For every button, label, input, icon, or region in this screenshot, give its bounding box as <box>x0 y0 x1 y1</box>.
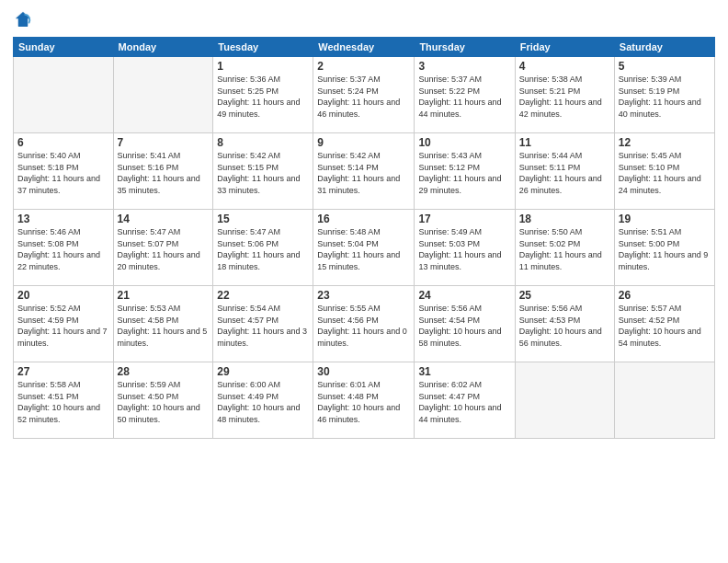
calendar-cell: 16Sunrise: 5:48 AMSunset: 5:04 PMDayligh… <box>313 210 415 286</box>
calendar-cell <box>113 57 213 133</box>
day-info: Sunrise: 5:49 AMSunset: 5:03 PMDaylight:… <box>418 226 510 272</box>
day-number: 1 <box>217 60 309 73</box>
day-number: 27 <box>17 365 109 378</box>
day-number: 18 <box>519 213 610 225</box>
day-info: Sunrise: 5:41 AMSunset: 5:16 PMDaylight:… <box>118 150 210 196</box>
day-number: 22 <box>217 289 309 302</box>
calendar-cell: 1Sunrise: 5:36 AMSunset: 5:25 PMDaylight… <box>213 57 313 133</box>
day-number: 25 <box>519 289 610 302</box>
day-number: 24 <box>418 289 510 302</box>
calendar-cell: 27Sunrise: 5:58 AMSunset: 4:51 PMDayligh… <box>14 362 114 439</box>
logo-icon <box>13 9 33 29</box>
calendar-cell: 8Sunrise: 5:42 AMSunset: 5:15 PMDaylight… <box>213 133 313 210</box>
day-of-week-header: Sunday <box>14 38 114 57</box>
day-of-week-header: Saturday <box>614 38 714 57</box>
calendar-cell <box>515 362 614 439</box>
calendar-cell: 20Sunrise: 5:52 AMSunset: 4:59 PMDayligh… <box>14 286 114 362</box>
day-number: 3 <box>418 60 510 73</box>
day-info: Sunrise: 5:56 AMSunset: 4:54 PMDaylight:… <box>418 303 510 349</box>
day-info: Sunrise: 5:48 AMSunset: 5:04 PMDaylight:… <box>317 226 410 272</box>
day-number: 2 <box>317 60 410 73</box>
calendar-header-row: SundayMondayTuesdayWednesdayThursdayFrid… <box>14 38 715 57</box>
day-of-week-header: Thursday <box>415 38 515 57</box>
calendar-table: SundayMondayTuesdayWednesdayThursdayFrid… <box>13 37 715 439</box>
calendar-cell: 5Sunrise: 5:39 AMSunset: 5:19 PMDaylight… <box>614 57 714 133</box>
day-info: Sunrise: 5:37 AMSunset: 5:24 PMDaylight:… <box>317 74 410 120</box>
calendar-cell: 15Sunrise: 5:47 AMSunset: 5:06 PMDayligh… <box>213 210 313 286</box>
day-number: 15 <box>217 213 309 225</box>
day-info: Sunrise: 5:36 AMSunset: 5:25 PMDaylight:… <box>217 74 309 120</box>
day-number: 26 <box>619 289 711 302</box>
day-number: 5 <box>619 60 711 73</box>
day-number: 14 <box>118 213 210 225</box>
calendar-week-row: 13Sunrise: 5:46 AMSunset: 5:08 PMDayligh… <box>14 210 715 286</box>
calendar-cell: 19Sunrise: 5:51 AMSunset: 5:00 PMDayligh… <box>614 210 714 286</box>
day-number: 10 <box>418 136 510 149</box>
day-number: 17 <box>418 213 510 225</box>
day-number: 21 <box>118 289 210 302</box>
day-number: 9 <box>317 136 410 149</box>
day-number: 16 <box>317 213 410 225</box>
day-number: 13 <box>17 213 109 225</box>
day-info: Sunrise: 5:46 AMSunset: 5:08 PMDaylight:… <box>17 226 109 272</box>
day-number: 28 <box>118 365 210 378</box>
day-of-week-header: Wednesday <box>313 38 415 57</box>
day-number: 23 <box>317 289 410 302</box>
day-number: 29 <box>217 365 309 378</box>
day-of-week-header: Friday <box>515 38 614 57</box>
day-number: 20 <box>17 289 109 302</box>
calendar-week-row: 20Sunrise: 5:52 AMSunset: 4:59 PMDayligh… <box>14 286 715 362</box>
day-info: Sunrise: 5:42 AMSunset: 5:15 PMDaylight:… <box>217 150 309 196</box>
calendar-cell: 13Sunrise: 5:46 AMSunset: 5:08 PMDayligh… <box>14 210 114 286</box>
day-info: Sunrise: 6:00 AMSunset: 4:49 PMDaylight:… <box>217 379 309 425</box>
day-info: Sunrise: 5:59 AMSunset: 4:50 PMDaylight:… <box>118 379 210 425</box>
day-info: Sunrise: 5:40 AMSunset: 5:18 PMDaylight:… <box>17 150 109 196</box>
calendar-cell: 4Sunrise: 5:38 AMSunset: 5:21 PMDaylight… <box>515 57 614 133</box>
day-number: 30 <box>317 365 410 378</box>
header <box>13 9 715 29</box>
calendar-cell <box>14 57 114 133</box>
day-info: Sunrise: 5:55 AMSunset: 4:56 PMDaylight:… <box>317 303 410 349</box>
calendar-cell: 6Sunrise: 5:40 AMSunset: 5:18 PMDaylight… <box>14 133 114 210</box>
calendar-cell: 9Sunrise: 5:42 AMSunset: 5:14 PMDaylight… <box>313 133 415 210</box>
day-of-week-header: Monday <box>113 38 213 57</box>
day-info: Sunrise: 5:51 AMSunset: 5:00 PMDaylight:… <box>619 226 711 272</box>
day-info: Sunrise: 6:02 AMSunset: 4:47 PMDaylight:… <box>418 379 510 425</box>
calendar-cell: 23Sunrise: 5:55 AMSunset: 4:56 PMDayligh… <box>313 286 415 362</box>
day-info: Sunrise: 5:56 AMSunset: 4:53 PMDaylight:… <box>519 303 610 349</box>
calendar-cell: 25Sunrise: 5:56 AMSunset: 4:53 PMDayligh… <box>515 286 614 362</box>
day-info: Sunrise: 5:52 AMSunset: 4:59 PMDaylight:… <box>17 303 109 349</box>
logo <box>13 9 37 29</box>
calendar-cell: 7Sunrise: 5:41 AMSunset: 5:16 PMDaylight… <box>113 133 213 210</box>
day-info: Sunrise: 5:47 AMSunset: 5:06 PMDaylight:… <box>217 226 309 272</box>
day-info: Sunrise: 5:37 AMSunset: 5:22 PMDaylight:… <box>418 74 510 120</box>
day-info: Sunrise: 5:47 AMSunset: 5:07 PMDaylight:… <box>118 226 210 272</box>
calendar-cell: 21Sunrise: 5:53 AMSunset: 4:58 PMDayligh… <box>113 286 213 362</box>
day-info: Sunrise: 5:58 AMSunset: 4:51 PMDaylight:… <box>17 379 109 425</box>
page: SundayMondayTuesdayWednesdayThursdayFrid… <box>0 0 728 563</box>
day-info: Sunrise: 5:38 AMSunset: 5:21 PMDaylight:… <box>519 74 610 120</box>
calendar-cell: 10Sunrise: 5:43 AMSunset: 5:12 PMDayligh… <box>415 133 515 210</box>
calendar-cell: 14Sunrise: 5:47 AMSunset: 5:07 PMDayligh… <box>113 210 213 286</box>
day-info: Sunrise: 6:01 AMSunset: 4:48 PMDaylight:… <box>317 379 410 425</box>
calendar-cell: 12Sunrise: 5:45 AMSunset: 5:10 PMDayligh… <box>614 133 714 210</box>
calendar-cell: 18Sunrise: 5:50 AMSunset: 5:02 PMDayligh… <box>515 210 614 286</box>
day-info: Sunrise: 5:45 AMSunset: 5:10 PMDaylight:… <box>619 150 711 196</box>
calendar-cell: 22Sunrise: 5:54 AMSunset: 4:57 PMDayligh… <box>213 286 313 362</box>
day-number: 7 <box>118 136 210 149</box>
day-info: Sunrise: 5:57 AMSunset: 4:52 PMDaylight:… <box>619 303 711 349</box>
day-number: 6 <box>17 136 109 149</box>
calendar-week-row: 27Sunrise: 5:58 AMSunset: 4:51 PMDayligh… <box>14 362 715 439</box>
calendar-cell: 11Sunrise: 5:44 AMSunset: 5:11 PMDayligh… <box>515 133 614 210</box>
day-of-week-header: Tuesday <box>213 38 313 57</box>
day-info: Sunrise: 5:42 AMSunset: 5:14 PMDaylight:… <box>317 150 410 196</box>
calendar-week-row: 1Sunrise: 5:36 AMSunset: 5:25 PMDaylight… <box>14 57 715 133</box>
day-info: Sunrise: 5:39 AMSunset: 5:19 PMDaylight:… <box>619 74 711 120</box>
calendar-week-row: 6Sunrise: 5:40 AMSunset: 5:18 PMDaylight… <box>14 133 715 210</box>
day-number: 8 <box>217 136 309 149</box>
calendar-cell: 30Sunrise: 6:01 AMSunset: 4:48 PMDayligh… <box>313 362 415 439</box>
calendar-cell: 2Sunrise: 5:37 AMSunset: 5:24 PMDaylight… <box>313 57 415 133</box>
day-info: Sunrise: 5:54 AMSunset: 4:57 PMDaylight:… <box>217 303 309 349</box>
day-number: 12 <box>619 136 711 149</box>
day-info: Sunrise: 5:50 AMSunset: 5:02 PMDaylight:… <box>519 226 610 272</box>
